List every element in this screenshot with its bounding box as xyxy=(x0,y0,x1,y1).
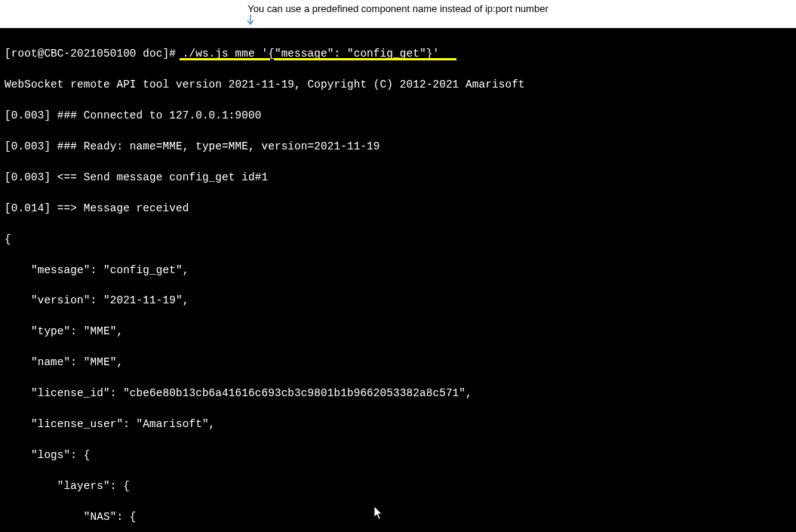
terminal-line: "type": "MME", xyxy=(5,324,791,339)
terminal-line: "logs": { xyxy=(5,447,791,463)
terminal-line: [0.003] ### Connected to 127.0.0.1:9000 xyxy=(5,108,791,123)
terminal-line: "license_id": "cbe6e80b13cb6a41616c693cb… xyxy=(5,386,791,401)
terminal-line: "version": "2021-11-19", xyxy=(5,293,791,308)
terminal-line: "message": "config_get", xyxy=(5,263,791,278)
terminal-line: { xyxy=(5,232,791,247)
terminal-line: WebSocket remote API tool version 2021-1… xyxy=(5,77,791,92)
terminal-output[interactable]: [root@CBC-2021050100 doc]# ./ws.js mme '… xyxy=(0,29,796,532)
highlight-underline-2 xyxy=(274,58,456,60)
terminal-line: [0.003] ### Ready: name=MME, type=MME, v… xyxy=(5,139,791,154)
annotation-banner: You can use a predefined component name … xyxy=(0,0,796,29)
terminal-line: [0.003] <== Send message config_get id#1 xyxy=(5,170,791,185)
terminal-line: "license_user": "Amarisoft", xyxy=(5,417,791,432)
highlight-underline-1 xyxy=(180,58,270,60)
arrow-down-icon xyxy=(246,14,255,28)
terminal-line: "NAS": { xyxy=(5,509,791,524)
terminal-line: "layers": { xyxy=(5,478,791,494)
mouse-cursor-icon xyxy=(373,506,384,524)
terminal-line: "name": "MME", xyxy=(5,355,791,370)
command-prompt-line: [root@CBC-2021050100 doc]# ./ws.js mme '… xyxy=(5,46,791,61)
terminal-line: [0.014] ==> Message received xyxy=(5,201,791,216)
annotation-text: You can use a predefined component name … xyxy=(247,3,548,14)
